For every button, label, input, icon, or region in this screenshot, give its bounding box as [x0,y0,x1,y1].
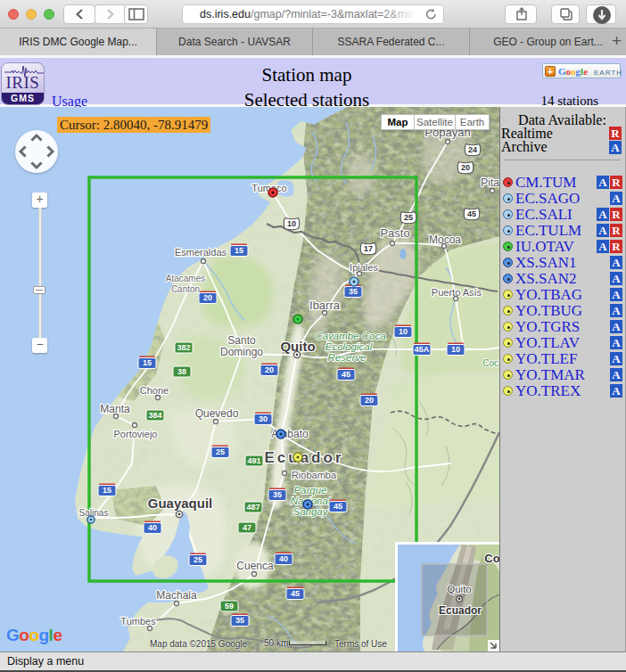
svg-text:Santo: Santo [227,334,256,347]
svg-text:Guayaquil: Guayaquil [148,496,213,511]
svg-text:35: 35 [349,287,358,296]
svg-text:491: 491 [247,456,260,465]
svg-text:10: 10 [399,327,408,336]
svg-text:Esmeraldas: Esmeraldas [175,247,227,258]
svg-text:Ibarra: Ibarra [309,299,341,312]
svg-text:Ipiales: Ipiales [350,262,378,273]
svg-text:Manta: Manta [100,403,130,415]
svg-text:Portoviejo: Portoviejo [114,429,158,439]
svg-text:Quevedo: Quevedo [195,407,239,420]
svg-text:20: 20 [203,293,212,302]
svg-text:35: 35 [235,616,244,625]
svg-text:Cayambe Coca: Cayambe Coca [315,331,385,341]
svg-text:47: 47 [243,523,251,532]
svg-text:45: 45 [291,589,300,598]
svg-text:15: 15 [103,486,111,495]
svg-text:40: 40 [279,554,288,563]
svg-text:Canton: Canton [171,284,200,294]
svg-text:38: 38 [177,367,186,376]
svg-text:15: 15 [143,358,152,367]
svg-text:Coca: Coca [482,358,499,368]
svg-text:30: 30 [259,414,268,423]
svg-text:45: 45 [334,502,342,511]
svg-text:Co: Co [484,552,499,565]
svg-text:Ecological: Ecological [325,341,373,352]
svg-text:15: 15 [235,246,243,255]
svg-text:20: 20 [461,163,470,172]
svg-text:59: 59 [225,602,234,611]
svg-text:Domingo: Domingo [220,346,263,358]
svg-text:384: 384 [148,411,161,420]
svg-text:Quito: Quito [447,584,472,594]
svg-text:35: 35 [273,490,282,499]
svg-text:10: 10 [451,345,460,354]
svg-text:20: 20 [365,396,374,405]
svg-text:Ecuador: Ecuador [439,604,482,617]
svg-text:24: 24 [468,145,477,154]
svg-text:20: 20 [265,365,274,374]
svg-text:487: 487 [246,503,259,512]
svg-text:Tumbes: Tumbes [120,616,156,627]
svg-text:Machala: Machala [156,589,197,602]
svg-text:10: 10 [287,219,296,228]
svg-text:25: 25 [216,447,225,456]
svg-text:45A: 45A [415,345,430,354]
svg-text:45: 45 [467,209,476,218]
svg-text:Ecuador: Ecuador [264,449,343,466]
svg-text:25: 25 [194,555,202,564]
svg-text:Cuenca: Cuenca [236,560,274,572]
svg-text:Parque: Parque [293,485,326,496]
svg-text:Chone: Chone [140,385,169,396]
svg-text:Pital: Pital [481,176,499,189]
svg-text:45: 45 [342,370,350,379]
svg-text:25: 25 [404,213,413,222]
svg-text:Atacames: Atacames [166,274,205,283]
svg-text:Pasto: Pasto [380,226,409,240]
svg-text:17: 17 [364,244,373,253]
svg-text:Riobamba: Riobamba [292,470,337,480]
svg-text:Reserve: Reserve [328,352,367,363]
svg-text:382: 382 [177,343,190,352]
svg-text:40: 40 [148,523,157,532]
